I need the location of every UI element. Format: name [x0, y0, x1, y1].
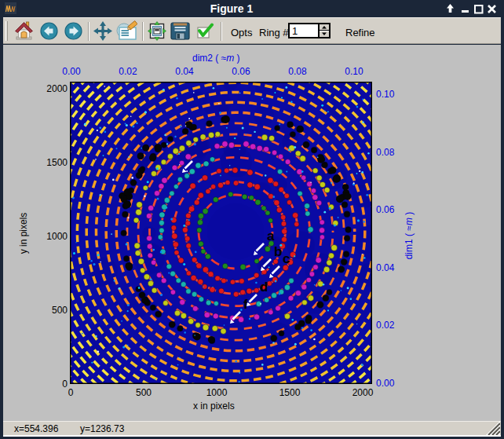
svg-text:d: d — [260, 280, 268, 294]
svg-text:c: c — [283, 251, 290, 266]
svg-text:b: b — [274, 244, 282, 259]
svg-text:f: f — [243, 297, 248, 312]
svg-text:a: a — [267, 229, 275, 243]
